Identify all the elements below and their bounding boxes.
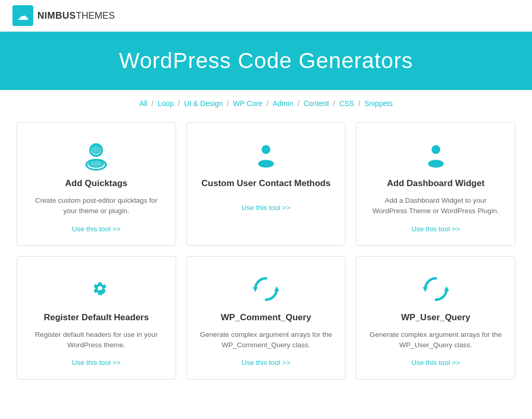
svg-point-12 [431, 145, 440, 154]
card-wp-user-query-title: WP_User_Query [401, 312, 470, 323]
card-grid: Add Quicktags Create custom post-editor … [6, 117, 526, 400]
card-wp-user-query-desc: Generate complex argument arrays for the… [369, 330, 502, 351]
card-add-dashboard-widget-desc: Add a Dashboard Widget to your WordPress… [369, 195, 502, 217]
card-wp-user-query: WP_User_Query Generate complex argument … [356, 256, 515, 380]
breadcrumb-sep-5: / [297, 99, 301, 108]
card-add-quicktags-desc: Create custom post-editor quicktags for … [30, 195, 163, 217]
breadcrumb-sep-2: / [178, 99, 182, 108]
svg-marker-15 [274, 286, 279, 291]
hero-banner: WordPress Code Generators [0, 32, 532, 90]
card-wp-comment-query: WP_Comment_Query Generate complex argume… [187, 256, 346, 380]
logo-text: NIMBUSTHEMES [37, 10, 115, 21]
breadcrumb-sep-4: / [267, 99, 271, 108]
hero-title: WordPress Code Generators [10, 48, 522, 73]
breadcrumb-sep-3: / [227, 99, 231, 108]
card-add-quicktags: Add Quicktags Create custom post-editor … [17, 122, 176, 246]
user-icon-2 [249, 138, 283, 172]
card-custom-user-contact-link[interactable]: Use this tool >> [242, 204, 290, 212]
svg-marker-17 [444, 286, 449, 291]
gear-icon [79, 272, 113, 306]
card-add-dashboard-widget-link[interactable]: Use this tool >> [411, 225, 460, 233]
card-custom-user-contact-title: Custom User Contact Methods [202, 178, 330, 189]
breadcrumb-loop[interactable]: Loop [157, 99, 174, 108]
card-wp-comment-query-title: WP_Comment_Query [221, 312, 311, 323]
card-wp-user-query-link[interactable]: Use this tool >> [411, 359, 460, 366]
user-icon-1 [79, 138, 113, 172]
breadcrumb-all[interactable]: All [139, 99, 148, 108]
breadcrumb-sep-1: / [152, 99, 156, 108]
breadcrumb-ui-design[interactable]: UI & Design [184, 99, 223, 108]
card-wp-comment-query-link[interactable]: Use this tool >> [242, 359, 290, 366]
card-register-default-headers-desc: Register default headers for use in your… [30, 330, 163, 351]
svg-point-13 [428, 160, 444, 167]
logo-icon: ☁ [12, 5, 33, 26]
refresh-icon-1 [249, 272, 283, 306]
breadcrumb-admin[interactable]: Admin [273, 99, 294, 108]
refresh-icon-2 [419, 272, 453, 306]
breadcrumb-sep-7: / [358, 99, 363, 108]
navbar: ☁ NIMBUSTHEMES [0, 0, 532, 32]
logo: ☁ NIMBUSTHEMES [12, 5, 115, 26]
card-add-quicktags-link[interactable]: Use this tool >> [72, 225, 121, 233]
breadcrumb-css[interactable]: CSS [339, 99, 354, 108]
card-add-quicktags-title: Add Quicktags [65, 178, 127, 189]
svg-text:☁: ☁ [17, 9, 29, 22]
breadcrumb-snippets[interactable]: Snippets [364, 99, 392, 108]
svg-point-11 [258, 160, 274, 167]
svg-point-8 [93, 146, 100, 153]
logo-brand-bold: NIMBUS [37, 10, 76, 21]
svg-marker-14 [253, 287, 258, 292]
svg-marker-16 [422, 287, 427, 292]
user-icon-3 [419, 138, 453, 172]
breadcrumb-content[interactable]: Content [303, 99, 329, 108]
card-register-default-headers: Register Default Headers Register defaul… [17, 256, 176, 380]
card-add-dashboard-widget-title: Add Dashboard Widget [387, 178, 485, 189]
logo-brand-light: THEMES [76, 10, 115, 21]
svg-point-9 [90, 161, 102, 166]
card-wp-comment-query-desc: Generate complex argument arrays for the… [200, 330, 333, 351]
breadcrumb-sep-6: / [333, 99, 337, 108]
card-register-default-headers-link[interactable]: Use this tool >> [72, 359, 121, 366]
card-add-dashboard-widget: Add Dashboard Widget Add a Dashboard Wid… [356, 122, 515, 246]
svg-point-10 [262, 145, 271, 154]
card-register-default-headers-title: Register Default Headers [44, 312, 149, 323]
breadcrumb-wp-core[interactable]: WP Core [233, 99, 263, 108]
breadcrumb: All / Loop / UI & Design / WP Core / Adm… [0, 90, 532, 117]
card-custom-user-contact: Custom User Contact Methods Use this too… [187, 122, 346, 246]
